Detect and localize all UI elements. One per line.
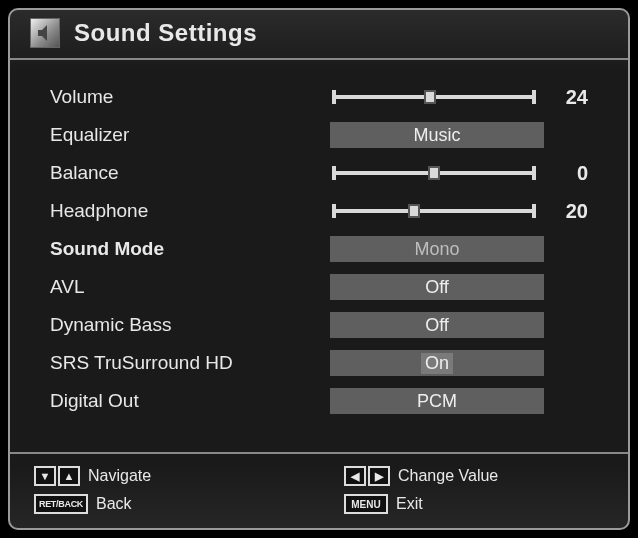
sound-settings-panel: Sound Settings Volume 24 Equalizer Music… <box>8 8 630 530</box>
balance-slider-knob[interactable] <box>428 166 440 180</box>
row-digital-out[interactable]: Digital Out PCM <box>50 386 588 416</box>
row-volume[interactable]: Volume 24 <box>50 82 588 112</box>
label-sound-mode: Sound Mode <box>50 238 330 260</box>
panel-header: Sound Settings <box>10 10 628 60</box>
label-dynamic-bass: Dynamic Bass <box>50 314 330 336</box>
label-srs: SRS TruSurround HD <box>50 352 330 374</box>
sound-settings-icon <box>30 18 60 48</box>
hint-back: RET/BACK Back <box>34 494 294 514</box>
row-headphone[interactable]: Headphone 20 <box>50 196 588 226</box>
label-digital-out: Digital Out <box>50 390 330 412</box>
row-srs[interactable]: SRS TruSurround HD On <box>50 348 588 378</box>
label-balance: Balance <box>50 162 330 184</box>
key-right-icon: ▶ <box>368 466 390 486</box>
footer-hints: ▼ ▲ Navigate RET/BACK Back ◀ ▶ Change Va… <box>10 452 628 528</box>
digital-out-select[interactable]: PCM <box>330 388 544 414</box>
panel-title: Sound Settings <box>74 19 257 47</box>
volume-value: 24 <box>554 86 588 109</box>
hint-navigate-label: Navigate <box>88 467 151 485</box>
hint-navigate: ▼ ▲ Navigate <box>34 466 294 486</box>
label-volume: Volume <box>50 86 330 108</box>
row-avl[interactable]: AVL Off <box>50 272 588 302</box>
headphone-slider-control[interactable]: 20 <box>330 200 588 223</box>
settings-list: Volume 24 Equalizer Music Balance <box>10 60 628 452</box>
volume-slider-control[interactable]: 24 <box>330 86 588 109</box>
balance-slider[interactable] <box>332 171 536 175</box>
key-up-icon: ▲ <box>58 466 80 486</box>
dynamic-bass-select[interactable]: Off <box>330 312 544 338</box>
key-down-icon: ▼ <box>34 466 56 486</box>
balance-value: 0 <box>554 162 588 185</box>
avl-select[interactable]: Off <box>330 274 544 300</box>
hint-exit: MENU Exit <box>344 494 604 514</box>
srs-select[interactable]: On <box>330 350 544 376</box>
headphone-value: 20 <box>554 200 588 223</box>
volume-slider-knob[interactable] <box>424 90 436 104</box>
balance-slider-control[interactable]: 0 <box>330 162 588 185</box>
hint-exit-label: Exit <box>396 495 423 513</box>
label-headphone: Headphone <box>50 200 330 222</box>
sound-mode-select[interactable]: Mono <box>330 236 544 262</box>
hint-back-label: Back <box>96 495 132 513</box>
key-menu: MENU <box>344 494 388 514</box>
hint-change-value-label: Change Value <box>398 467 498 485</box>
volume-slider[interactable] <box>332 95 536 99</box>
equalizer-select[interactable]: Music <box>330 122 544 148</box>
key-retback: RET/BACK <box>34 494 88 514</box>
row-sound-mode[interactable]: Sound Mode Mono <box>50 234 588 264</box>
label-avl: AVL <box>50 276 330 298</box>
key-left-icon: ◀ <box>344 466 366 486</box>
row-equalizer[interactable]: Equalizer Music <box>50 120 588 150</box>
headphone-slider-knob[interactable] <box>408 204 420 218</box>
headphone-slider[interactable] <box>332 209 536 213</box>
row-dynamic-bass[interactable]: Dynamic Bass Off <box>50 310 588 340</box>
label-equalizer: Equalizer <box>50 124 330 146</box>
hint-change-value: ◀ ▶ Change Value <box>344 466 604 486</box>
row-balance[interactable]: Balance 0 <box>50 158 588 188</box>
